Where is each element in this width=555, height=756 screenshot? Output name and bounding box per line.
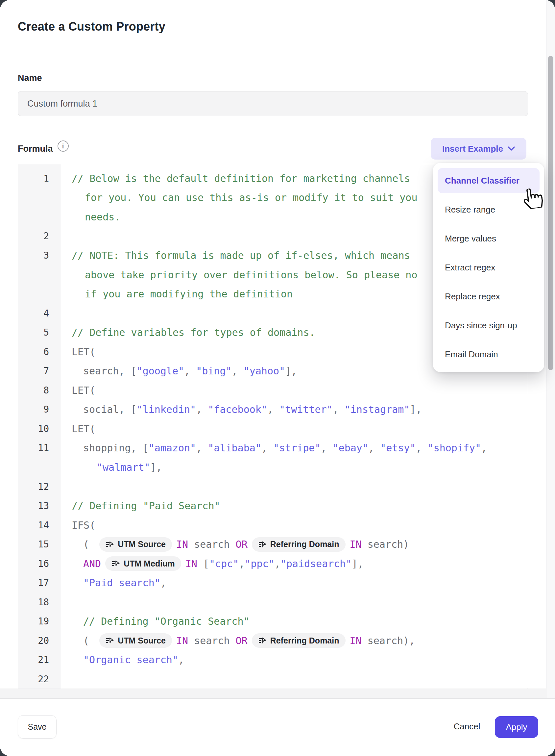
- apply-button[interactable]: Apply: [495, 716, 538, 738]
- line-number: 13: [18, 501, 61, 511]
- code-token-comment: // Define variables for types of domains…: [72, 327, 315, 338]
- code-token-plain: [: [197, 558, 209, 569]
- line-number: 1: [18, 173, 61, 184]
- menu-item-days-since-sign-up[interactable]: Days since sign-up: [438, 313, 540, 338]
- code-line: ( UTM SourceIN search ORReferring Domain…: [61, 537, 409, 552]
- code-row: "walmart"],: [18, 457, 528, 477]
- name-label: Name: [18, 73, 42, 83]
- code-token-comment: if you are modifying the definition: [85, 288, 293, 300]
- line-number: 7: [18, 365, 61, 376]
- code-token-plain: ],: [285, 365, 297, 377]
- menu-item-email-domain[interactable]: Email Domain: [438, 342, 540, 367]
- code-token-plain: search: [188, 539, 236, 550]
- code-token-plain: LET(: [72, 423, 95, 435]
- code-token-plain: search: [188, 635, 236, 646]
- line-number: 11: [18, 442, 61, 453]
- code-token-keyword: IN: [350, 539, 362, 550]
- modal-scrollbar-thumb[interactable]: [548, 56, 553, 370]
- code-line: for you. You can use this as-is or modif…: [61, 192, 417, 203]
- cancel-button[interactable]: Cancel: [447, 715, 486, 738]
- dialog-title: Create a Custom Property: [18, 20, 165, 34]
- line-number: 5: [18, 327, 61, 338]
- line-number: 18: [18, 597, 61, 608]
- code-line: shopping, ["amazon", "alibaba", "stripe"…: [61, 442, 487, 454]
- code-token-plain: (: [83, 539, 95, 550]
- code-row: 13// Defining "Paid Search": [18, 496, 528, 516]
- property-chip[interactable]: Referring Domain: [252, 537, 346, 552]
- property-chip-label: UTM Source: [118, 540, 166, 549]
- code-token-keyword: AND: [83, 558, 101, 569]
- code-token-plain: search, [: [83, 365, 137, 377]
- code-token-string: "google": [137, 365, 184, 377]
- menu-item-extract-regex[interactable]: Extract regex: [438, 255, 540, 280]
- code-token-keyword: OR: [236, 635, 248, 646]
- line-number: 4: [18, 308, 61, 319]
- insert-example-button[interactable]: Insert Example: [431, 138, 526, 160]
- cancel-label: Cancel: [454, 721, 480, 732]
- code-row: 11shopping, ["amazon", "alibaba", "strip…: [18, 439, 528, 458]
- code-token-string: "instagram": [345, 404, 410, 415]
- line-number: 12: [18, 481, 61, 492]
- save-label: Save: [28, 722, 47, 732]
- code-line: // Below is the default definition for m…: [61, 173, 410, 184]
- code-token-string: "ppc": [245, 558, 274, 569]
- property-chip[interactable]: UTM Source: [99, 537, 172, 552]
- line-number: 2: [18, 231, 61, 241]
- code-line: LET(: [61, 346, 95, 358]
- code-line: above take priority over definitions bel…: [61, 269, 417, 281]
- code-token-plain: search): [362, 539, 409, 550]
- formula-label-row: Formula i: [18, 144, 69, 154]
- menu-item-merge-values[interactable]: Merge values: [438, 226, 540, 251]
- code-token-string: "paidsearch": [281, 558, 352, 569]
- code-token-string: "Organic search": [83, 654, 178, 666]
- property-chip[interactable]: Referring Domain: [252, 633, 346, 648]
- line-number: 16: [18, 558, 61, 569]
- line-number: 20: [18, 635, 61, 646]
- code-row: 22: [18, 670, 528, 689]
- menu-item-replace-regex[interactable]: Replace regex: [438, 284, 540, 309]
- property-icon: [112, 559, 120, 568]
- code-token-string: "walmart": [97, 462, 150, 473]
- line-number: 15: [18, 539, 61, 550]
- create-custom-property-dialog: Create a Custom Property Name Formula i …: [0, 0, 555, 756]
- code-row: 10LET(: [18, 419, 528, 439]
- code-line: ANDUTM MediumIN ["cpc","ppc","paidsearch…: [61, 556, 364, 571]
- editor-bottom-band: [0, 688, 555, 699]
- property-chip[interactable]: UTM Source: [99, 633, 172, 648]
- code-token-keyword: IN: [185, 558, 197, 569]
- code-row: 14IFS(: [18, 516, 528, 535]
- code-token-plain: ],: [351, 558, 363, 569]
- line-number: 22: [18, 674, 61, 685]
- code-line: social, ["linkedin", "facebook", "twitte…: [61, 404, 422, 415]
- code-line: // Defining "Organic Search": [61, 615, 250, 627]
- code-token-string: "ebay": [333, 442, 368, 454]
- code-row: 19// Defining "Organic Search": [18, 612, 528, 631]
- property-icon: [105, 540, 114, 549]
- info-icon[interactable]: i: [57, 141, 69, 152]
- code-line: LET(: [61, 385, 95, 396]
- code-token-plain: ,: [368, 442, 380, 454]
- code-row: 20( UTM SourceIN search ORReferring Doma…: [18, 631, 528, 650]
- save-button[interactable]: Save: [18, 715, 56, 739]
- code-token-comment: // NOTE: This formula is made up of if-e…: [72, 250, 410, 261]
- code-line: if you are modifying the definition: [61, 288, 293, 300]
- code-token-plain: LET(: [72, 385, 95, 396]
- code-line: IFS(: [61, 519, 95, 531]
- code-token-plain: IFS(: [72, 519, 95, 531]
- code-token-plain: ,: [274, 558, 281, 569]
- code-row: 16ANDUTM MediumIN ["cpc","ppc","paidsear…: [18, 554, 528, 573]
- code-line: search, ["google", "bing", "yahoo"],: [61, 365, 297, 377]
- code-token-plain: ,: [333, 404, 345, 415]
- code-token-string: "facebook": [208, 404, 267, 415]
- code-token-string: "alibaba": [208, 442, 261, 454]
- code-token-plain: ,: [161, 577, 166, 589]
- code-token-plain: ,: [239, 558, 245, 569]
- code-line: "Paid search",: [61, 577, 166, 589]
- code-row: 15( UTM SourceIN search ORReferring Doma…: [18, 534, 528, 554]
- code-row: 9social, ["linkedin", "facebook", "twitt…: [18, 400, 528, 420]
- property-chip-label: Referring Domain: [270, 540, 339, 549]
- name-input[interactable]: [18, 91, 528, 116]
- code-row: 8LET(: [18, 381, 528, 400]
- property-chip[interactable]: UTM Medium: [105, 556, 181, 571]
- code-token-comment: above take priority over definitions bel…: [85, 269, 417, 281]
